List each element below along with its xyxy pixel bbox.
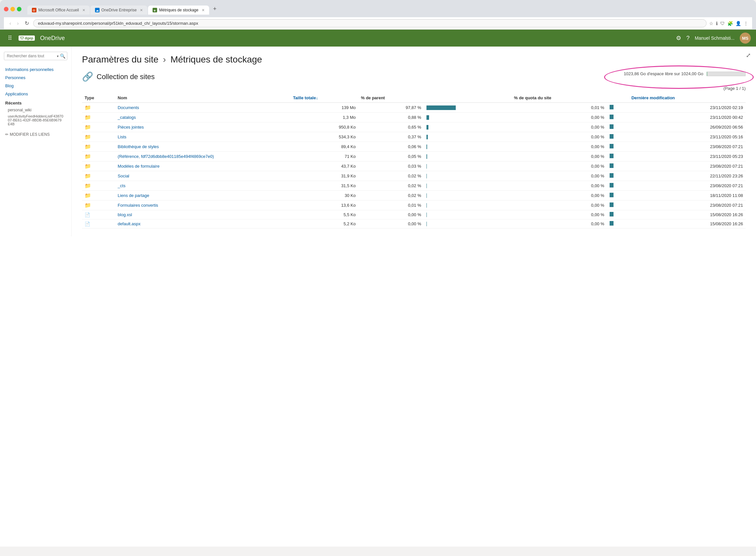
tab-close-button[interactable]: ✕ xyxy=(202,8,204,12)
address-input[interactable] xyxy=(33,19,707,27)
cell-quota-bar xyxy=(607,219,629,229)
sidebar-item-applications[interactable]: Applications xyxy=(0,90,71,98)
edit-links-label: MODIFIER LES LIENS xyxy=(10,132,50,137)
cell-date: 23/08/2020 07:21 xyxy=(629,162,746,171)
cell-quota-bar xyxy=(607,123,629,132)
cell-quota-bar xyxy=(607,103,629,113)
item-link[interactable]: Pièces jointes xyxy=(118,125,144,130)
username-label[interactable]: Manuel Schmalsti... xyxy=(695,35,734,41)
profile-icon[interactable]: 👤 xyxy=(735,21,741,26)
cell-parent-bar xyxy=(424,162,512,171)
cell-taille: 5,5 Ko xyxy=(291,210,358,219)
folder-icon: 📁 xyxy=(84,183,91,188)
col-header-nom: Nom xyxy=(115,94,291,103)
search-input[interactable] xyxy=(7,54,55,58)
logo: 🛡 dgep xyxy=(18,35,35,41)
cell-parent-pct: 0,05 % xyxy=(358,152,423,162)
expand-icon[interactable]: ⤢ xyxy=(746,52,751,59)
search-icon[interactable]: 🔍 xyxy=(60,54,65,59)
item-link[interactable]: Lists xyxy=(118,134,126,139)
item-link[interactable]: (Référence, fdf72d6dbb8e401185e494f4869c… xyxy=(118,154,214,159)
settings-icon[interactable]: ⚙ xyxy=(676,35,681,42)
sidebar-item-blog[interactable]: Blog xyxy=(0,82,71,90)
folder-icon: 📁 xyxy=(84,164,91,169)
folder-icon: 📁 xyxy=(84,134,91,140)
sidebar-item-user-activity[interactable]: userActivityFeedHiddenListF4387007-BE61-… xyxy=(0,113,71,127)
extensions-icon[interactable]: 🧩 xyxy=(727,21,733,26)
cell-type: 📁 xyxy=(82,113,115,123)
edit-links-button[interactable]: ✏ MODIFIER LES LIENS xyxy=(0,130,71,139)
cell-taille: 139 Mo xyxy=(291,103,358,113)
bookmark-icon[interactable]: ☆ xyxy=(709,21,713,26)
cell-quota-bar xyxy=(607,152,629,162)
sp-tab-icon: ◈ xyxy=(153,8,157,12)
item-link[interactable]: default.aspx xyxy=(118,221,141,226)
tab-close-button[interactable]: ✕ xyxy=(82,8,85,12)
sidebar-item-informations[interactable]: Informations personnelles xyxy=(0,65,71,74)
cell-quota-pct: 0,00 % xyxy=(512,132,607,142)
tab-close-button[interactable]: ✕ xyxy=(140,8,143,12)
folder-icon: 📁 xyxy=(84,144,91,149)
cell-date: 15/08/2020 16:26 xyxy=(629,219,746,229)
new-tab-button[interactable]: + xyxy=(210,3,220,15)
cell-nom: _catalogs xyxy=(115,113,291,123)
col-header-date: Dernière modification xyxy=(629,94,746,103)
cell-quota-pct: 0,00 % xyxy=(512,210,607,219)
cell-taille: 31,9 Ko xyxy=(291,171,358,181)
cell-nom: default.aspx xyxy=(115,219,291,229)
folder-icon: 📁 xyxy=(84,203,91,208)
item-link[interactable]: _catalogs xyxy=(118,115,136,120)
item-link[interactable]: Bibliothèque de styles xyxy=(118,144,159,149)
reload-button[interactable]: ↻ xyxy=(23,20,31,27)
cell-quota-pct: 0,00 % xyxy=(512,152,607,162)
item-link[interactable]: _cts xyxy=(118,183,125,188)
col-header-bar xyxy=(424,94,512,103)
help-icon[interactable]: ? xyxy=(686,35,690,42)
storage-info: 1023,86 Go d'espace libre sur 1024,00 Go xyxy=(623,71,746,76)
maximize-window-button[interactable] xyxy=(17,7,22,11)
close-window-button[interactable] xyxy=(4,7,8,11)
item-link[interactable]: blog.xsl xyxy=(118,212,132,217)
cell-quota-pct: 0,00 % xyxy=(512,113,607,123)
cell-parent-pct: 0,03 % xyxy=(358,162,423,171)
office-tab-icon: O xyxy=(32,8,36,12)
table-row: 📁 Pièces jointes 950,8 Ko 0,65 % 0,00 % … xyxy=(82,123,746,132)
tab-onedrive[interactable]: ☁ OneDrive Entreprise ✕ xyxy=(90,5,148,15)
item-link[interactable]: Liens de partage xyxy=(118,193,149,198)
item-link[interactable]: Modèles de formulaire xyxy=(118,164,160,169)
cell-date: 18/11/2020 11:08 xyxy=(629,191,746,201)
cell-quota-bar xyxy=(607,201,629,210)
waffle-menu-button[interactable]: ⠿ xyxy=(5,32,15,44)
tab-label: Microsoft Office Accueil xyxy=(38,8,79,12)
cell-parent-pct: 0,01 % xyxy=(358,201,423,210)
col-header-parent: % de parent xyxy=(358,94,423,103)
collection-header: 🔗 Collection de sites xyxy=(82,71,155,82)
onedrive-tab-icon: ☁ xyxy=(95,8,100,12)
table-row: 📄 blog.xsl 5,5 Ko 0,00 % 0,00 % 15/08/20… xyxy=(82,210,746,219)
menu-icon[interactable]: ⋮ xyxy=(744,21,748,26)
col-header-taille[interactable]: Taille totale↓ xyxy=(291,94,358,103)
minimize-window-button[interactable] xyxy=(10,7,15,11)
cell-taille: 5,2 Ko xyxy=(291,219,358,229)
cell-nom: blog.xsl xyxy=(115,210,291,219)
tab-microsoft-office[interactable]: O Microsoft Office Accueil ✕ xyxy=(27,5,90,15)
col-header-quota: % de quota du site xyxy=(512,94,607,103)
cell-nom: Liens de partage xyxy=(115,191,291,201)
cell-parent-bar xyxy=(424,113,512,123)
avatar[interactable]: MS xyxy=(740,33,751,44)
sidebar-item-personal-wiki[interactable]: personal_wiki xyxy=(0,107,71,113)
tab-metriques[interactable]: ◈ Métriques de stockage ✕ xyxy=(148,5,209,15)
shield-icon[interactable]: 🛡 xyxy=(720,21,725,26)
sidebar-item-personnes[interactable]: Personnes xyxy=(0,74,71,82)
item-link[interactable]: Formulaires convertis xyxy=(118,203,158,208)
forward-button[interactable]: › xyxy=(15,20,20,27)
cell-quota-bar xyxy=(607,171,629,181)
cell-quota-pct: 0,00 % xyxy=(512,219,607,229)
cell-parent-bar xyxy=(424,152,512,162)
cell-parent-bar xyxy=(424,171,512,181)
search-chevron-icon[interactable]: ▾ xyxy=(57,55,59,58)
item-link[interactable]: Social xyxy=(118,174,129,178)
back-button[interactable]: ‹ xyxy=(8,20,13,27)
item-link[interactable]: Documents xyxy=(118,105,139,110)
info-icon[interactable]: ℹ xyxy=(716,21,718,26)
